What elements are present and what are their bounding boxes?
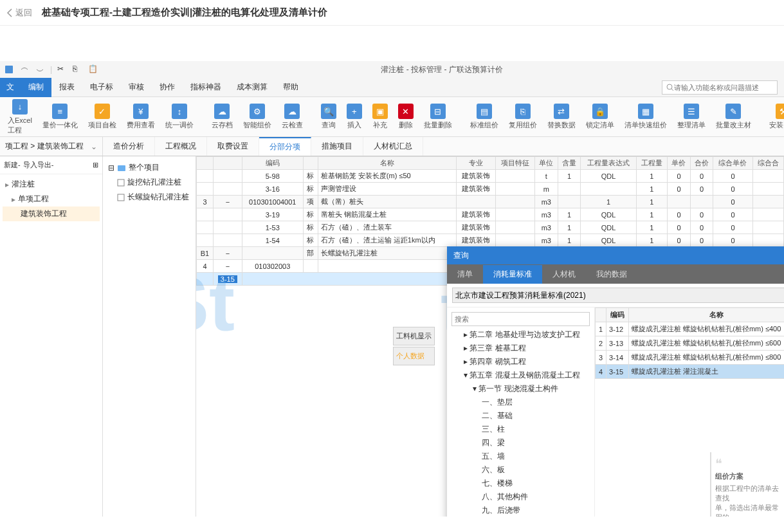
tab-措施项目[interactable]: 措施项目: [311, 137, 363, 156]
category-node[interactable]: 六、板: [450, 463, 592, 477]
menu-编制[interactable]: 编制: [21, 78, 51, 97]
menu-报表[interactable]: 报表: [51, 78, 82, 97]
result-row[interactable]: 23-13螺旋成孔灌注桩 螺旋钻机钻桩孔(桩径mm) ≤600m3建筑装饰21标…: [596, 336, 785, 351]
ribbon-费用查看[interactable]: ¥费用查看: [123, 102, 159, 131]
category-node[interactable]: 四、梁: [450, 436, 592, 450]
project-node[interactable]: 建筑装饰工程: [3, 206, 100, 221]
menu-协作[interactable]: 协作: [152, 78, 183, 97]
cut-icon[interactable]: ✂: [57, 64, 68, 75]
copy-icon[interactable]: ⎘: [73, 64, 83, 75]
col-header[interactable]: [197, 157, 214, 170]
ribbon-补充[interactable]: ▣补充: [369, 102, 392, 131]
category-node[interactable]: 二、基础: [450, 409, 592, 423]
result-row[interactable]: 13-12螺旋成孔灌注桩 螺旋钻机钻桩孔(桩径mm) ≤400m3建筑装饰21标…: [596, 322, 785, 336]
category-node[interactable]: 一、垫层: [450, 396, 592, 409]
col-header[interactable]: 合价: [690, 157, 713, 170]
modal-tab-消耗量标准[interactable]: 消耗量标准: [483, 265, 542, 284]
col-header[interactable]: 项目特征: [495, 157, 534, 170]
table-row[interactable]: 1-54标石方（碴）、渣土运输 运距1km以内建筑装饰m31QDL1000: [197, 234, 784, 247]
col-header[interactable]: 工程量表达式: [581, 157, 636, 170]
tab-人材机汇总[interactable]: 人材机汇总: [363, 137, 423, 156]
category-node[interactable]: ▾ 第一节 现浇混凝土构件: [450, 382, 592, 396]
tab-取费设置[interactable]: 取费设置: [207, 137, 259, 156]
project-node[interactable]: ▸ 灌注桩: [3, 177, 100, 192]
paste-icon[interactable]: 📋: [88, 64, 98, 75]
import-export-button[interactable]: 导入导出-: [23, 160, 54, 170]
col-header[interactable]: 专业: [456, 157, 495, 170]
category-node[interactable]: 七、楼梯: [450, 477, 592, 490]
ribbon-批量删除[interactable]: ⊟批量删除: [420, 102, 456, 131]
results-grid[interactable]: 编码名称单位专业来源13-12螺旋成孔灌注桩 螺旋钻机钻桩孔(桩径mm) ≤40…: [595, 307, 784, 379]
undo-icon[interactable]: [19, 64, 30, 75]
ribbon-整理清单[interactable]: ☰整理清单: [673, 102, 709, 131]
category-node[interactable]: ▸ 第二章 地基处理与边坡支护工程: [450, 328, 592, 342]
modal-tab-清单[interactable]: 清单: [447, 265, 483, 284]
ribbon-锁定清单[interactable]: 🔒锁定清单: [582, 102, 618, 131]
col-header[interactable]: 名称: [318, 157, 456, 170]
category-node[interactable]: 三、柱: [450, 423, 592, 436]
ribbon-清单快速组价[interactable]: ▦清单快速组价: [621, 102, 671, 131]
col-header[interactable]: [303, 157, 318, 170]
back-button[interactable]: 返回: [6, 7, 32, 19]
ribbon-插入[interactable]: +插入: [343, 102, 366, 131]
tab-工程概况[interactable]: 工程概况: [155, 137, 207, 156]
category-node[interactable]: ▸ 第三章 桩基工程: [450, 342, 592, 355]
ribbon-复用组价[interactable]: ⎘复用组价: [505, 102, 541, 131]
result-row[interactable]: 43-15螺旋成孔灌注桩 灌注混凝土m3建筑装饰21标准: [596, 365, 785, 379]
new-button[interactable]: 新建-: [4, 160, 21, 170]
expand-icon[interactable]: ⊞: [93, 161, 98, 169]
section-node[interactable]: 长螺旋钻孔灌注桩: [107, 190, 192, 205]
modal-tab-我的数据[interactable]: 我的数据: [586, 265, 637, 284]
ribbon-查询[interactable]: 🔍查询: [317, 102, 340, 131]
ribbon-替换数据[interactable]: ⇄替换数据: [543, 102, 579, 131]
table-row[interactable]: 5-98标桩基钢筋笼 安装长度(m) ≤50建筑装饰t1QDL1000: [197, 170, 784, 183]
side-tab-personal[interactable]: 个人数据: [393, 347, 435, 365]
file-menu[interactable]: 文: [0, 78, 21, 97]
col-header[interactable]: 编码: [242, 157, 303, 170]
ribbon-统一调价[interactable]: ↕统一调价: [161, 102, 197, 131]
side-tab-material[interactable]: 工料机显示: [393, 327, 435, 345]
category-node[interactable]: 九、后浇带: [450, 504, 592, 517]
table-row[interactable]: 3-19标凿桩头 钢筋混凝土桩建筑装饰m31QDL1000: [197, 208, 784, 221]
ribbon-标准组价[interactable]: ▤标准组价: [466, 102, 502, 131]
result-row[interactable]: 33-14螺旋成孔灌注桩 螺旋钻机钻桩孔(桩径mm) ≤800m3建筑装饰21标…: [596, 351, 785, 365]
tree-root[interactable]: ⊟ 整个项目: [107, 160, 192, 175]
menu-成本测算[interactable]: 成本测算: [229, 78, 275, 97]
col-header[interactable]: 单价: [668, 157, 691, 170]
menu-审核[interactable]: 审核: [121, 78, 152, 97]
table-row[interactable]: 3−010301004001项截（凿）桩头m3110: [197, 196, 784, 208]
category-node[interactable]: 五、墙: [450, 450, 592, 463]
modal-tab-人材机[interactable]: 人材机: [542, 265, 586, 284]
category-node[interactable]: 八、其他构件: [450, 490, 592, 504]
save-icon[interactable]: [4, 64, 14, 75]
ribbon-安装费用[interactable]: ⚒安装费用: [765, 102, 784, 131]
search-input[interactable]: [674, 84, 773, 91]
menu-指标神器[interactable]: 指标神器: [183, 78, 229, 97]
standard-dropdown[interactable]: 北京市建设工程预算消耗量标准(2021): [452, 288, 784, 303]
function-search[interactable]: [662, 80, 778, 95]
category-node[interactable]: ▾ 第五章 混凝土及钢筋混凝土工程: [450, 369, 592, 382]
ribbon-删除[interactable]: ✕删除: [394, 102, 417, 131]
table-row[interactable]: 3-16标声测管埋设建筑装饰m1000: [197, 183, 784, 196]
col-header[interactable]: 工程量: [636, 157, 667, 170]
tree-search-input[interactable]: [451, 312, 590, 326]
ribbon-批量改主材[interactable]: ✎批量改主材: [712, 102, 755, 131]
ribbon-云存档[interactable]: ☁云存档: [208, 102, 237, 131]
col-header[interactable]: 含量: [558, 157, 581, 170]
menu-帮助[interactable]: 帮助: [275, 78, 306, 97]
ribbon-智能组价[interactable]: ⚙智能组价: [239, 102, 275, 131]
tab-造价分析[interactable]: 造价分析: [103, 137, 155, 156]
redo-icon[interactable]: [35, 64, 45, 75]
ribbon-入Excel工程[interactable]: ↓入Excel 工程: [4, 98, 36, 136]
col-header[interactable]: 综合合: [752, 157, 784, 170]
menu-电子标[interactable]: 电子标: [82, 78, 121, 97]
col-header[interactable]: 综合单价: [713, 157, 752, 170]
ribbon-云检查[interactable]: ☁云检查: [278, 102, 307, 131]
col-header[interactable]: 单位: [535, 157, 558, 170]
ribbon-量价一体化[interactable]: ≡量价一体化: [39, 102, 82, 131]
section-node[interactable]: 旋挖钻孔灌注桩: [107, 175, 192, 190]
col-header[interactable]: [213, 157, 242, 170]
breadcrumb[interactable]: 项工程 > 建筑装饰工程 ⌄: [0, 137, 103, 156]
ribbon-项目自检[interactable]: ✓项目自检: [84, 102, 120, 131]
table-row[interactable]: 1-53标石方（碴）、渣土装车建筑装饰m31QDL1000: [197, 221, 784, 234]
